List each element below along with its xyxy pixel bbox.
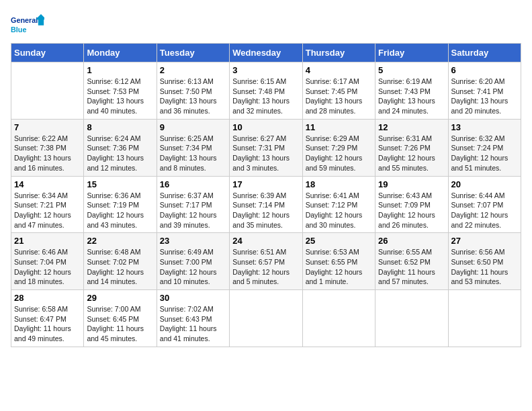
day-info: Sunrise: 6:19 AMSunset: 7:43 PMDaylight:… (378, 77, 445, 116)
day-number: 29 (87, 293, 153, 303)
calendar-cell: 26Sunrise: 6:55 AMSunset: 6:52 PMDayligh… (375, 233, 448, 290)
day-number: 11 (306, 122, 372, 132)
week-row-2: 14Sunrise: 6:34 AMSunset: 7:21 PMDayligh… (11, 176, 521, 233)
day-info: Sunrise: 6:25 AMSunset: 7:34 PMDaylight:… (160, 134, 226, 173)
day-info: Sunrise: 6:37 AMSunset: 7:17 PMDaylight:… (160, 191, 226, 230)
logo-svg: General Blue (11, 11, 44, 38)
calendar-table: SundayMondayTuesdayWednesdayThursdayFrid… (11, 43, 521, 347)
day-number: 15 (87, 179, 153, 189)
calendar-cell: 11Sunrise: 6:29 AMSunset: 7:29 PMDayligh… (302, 119, 375, 176)
day-info: Sunrise: 6:17 AMSunset: 7:45 PMDaylight:… (306, 77, 372, 116)
calendar-cell: 14Sunrise: 6:34 AMSunset: 7:21 PMDayligh… (11, 176, 84, 233)
calendar-cell: 16Sunrise: 6:37 AMSunset: 7:17 PMDayligh… (157, 176, 229, 233)
header: General Blue (11, 11, 521, 38)
calendar-cell: 6Sunrise: 6:20 AMSunset: 7:41 PMDaylight… (448, 62, 521, 120)
calendar-header: SundayMondayTuesdayWednesdayThursdayFrid… (11, 44, 521, 62)
calendar-cell: 4Sunrise: 6:17 AMSunset: 7:45 PMDaylight… (302, 62, 375, 120)
calendar-cell: 5Sunrise: 6:19 AMSunset: 7:43 PMDaylight… (375, 62, 448, 120)
day-number: 3 (232, 65, 299, 75)
day-info: Sunrise: 6:12 AMSunset: 7:53 PMDaylight:… (87, 77, 153, 116)
day-info: Sunrise: 6:39 AMSunset: 7:14 PMDaylight:… (232, 191, 299, 230)
day-info: Sunrise: 7:02 AMSunset: 6:43 PMDaylight:… (160, 304, 226, 344)
day-number: 2 (160, 65, 226, 75)
day-number: 26 (378, 236, 445, 246)
day-info: Sunrise: 6:43 AMSunset: 7:09 PMDaylight:… (378, 191, 445, 230)
calendar-cell: 15Sunrise: 6:36 AMSunset: 7:19 PMDayligh… (84, 176, 157, 233)
calendar-cell: 30Sunrise: 7:02 AMSunset: 6:43 PMDayligh… (157, 290, 229, 347)
header-row: SundayMondayTuesdayWednesdayThursdayFrid… (11, 44, 521, 62)
day-number: 27 (451, 236, 518, 246)
calendar-cell: 22Sunrise: 6:48 AMSunset: 7:02 PMDayligh… (84, 233, 157, 290)
day-number: 23 (160, 236, 226, 246)
day-info: Sunrise: 6:31 AMSunset: 7:26 PMDaylight:… (378, 134, 445, 173)
day-number: 22 (87, 236, 153, 246)
day-number: 1 (87, 65, 153, 75)
header-day-tuesday: Tuesday (157, 44, 229, 62)
day-number: 24 (232, 236, 299, 246)
day-number: 14 (14, 179, 81, 189)
calendar-cell: 17Sunrise: 6:39 AMSunset: 7:14 PMDayligh… (230, 176, 302, 233)
day-info: Sunrise: 6:13 AMSunset: 7:50 PMDaylight:… (160, 77, 226, 116)
day-number: 7 (14, 122, 81, 132)
day-number: 16 (160, 179, 226, 189)
calendar-cell: 29Sunrise: 7:00 AMSunset: 6:45 PMDayligh… (84, 290, 157, 347)
day-info: Sunrise: 6:53 AMSunset: 6:55 PMDaylight:… (306, 247, 372, 287)
calendar-cell: 3Sunrise: 6:15 AMSunset: 7:48 PMDaylight… (230, 62, 302, 120)
day-info: Sunrise: 6:56 AMSunset: 6:50 PMDaylight:… (451, 247, 518, 287)
calendar-cell (11, 62, 84, 120)
calendar-cell: 8Sunrise: 6:24 AMSunset: 7:36 PMDaylight… (84, 119, 157, 176)
day-info: Sunrise: 6:51 AMSunset: 6:57 PMDaylight:… (232, 247, 299, 287)
header-day-monday: Monday (84, 44, 157, 62)
week-row-4: 28Sunrise: 6:58 AMSunset: 6:47 PMDayligh… (11, 290, 521, 347)
day-info: Sunrise: 6:49 AMSunset: 7:00 PMDaylight:… (160, 247, 226, 287)
svg-text:General: General (11, 16, 38, 24)
day-number: 30 (160, 293, 226, 303)
header-day-saturday: Saturday (448, 44, 521, 62)
day-info: Sunrise: 7:00 AMSunset: 6:45 PMDaylight:… (87, 304, 153, 344)
calendar-cell: 20Sunrise: 6:44 AMSunset: 7:07 PMDayligh… (448, 176, 521, 233)
day-info: Sunrise: 6:44 AMSunset: 7:07 PMDaylight:… (451, 191, 518, 230)
calendar-cell: 23Sunrise: 6:49 AMSunset: 7:00 PMDayligh… (157, 233, 229, 290)
week-row-0: 1Sunrise: 6:12 AMSunset: 7:53 PMDaylight… (11, 62, 521, 120)
calendar-body: 1Sunrise: 6:12 AMSunset: 7:53 PMDaylight… (11, 62, 521, 347)
day-info: Sunrise: 6:27 AMSunset: 7:31 PMDaylight:… (232, 134, 299, 173)
day-number: 12 (378, 122, 445, 132)
day-number: 5 (378, 65, 445, 75)
day-number: 4 (306, 65, 372, 75)
calendar-cell: 7Sunrise: 6:22 AMSunset: 7:38 PMDaylight… (11, 119, 84, 176)
day-info: Sunrise: 6:29 AMSunset: 7:29 PMDaylight:… (306, 134, 372, 173)
calendar-cell: 9Sunrise: 6:25 AMSunset: 7:34 PMDaylight… (157, 119, 229, 176)
day-info: Sunrise: 6:22 AMSunset: 7:38 PMDaylight:… (14, 134, 81, 173)
calendar-cell: 21Sunrise: 6:46 AMSunset: 7:04 PMDayligh… (11, 233, 84, 290)
calendar-cell: 10Sunrise: 6:27 AMSunset: 7:31 PMDayligh… (230, 119, 302, 176)
day-number: 21 (14, 236, 81, 246)
day-number: 18 (306, 179, 372, 189)
day-info: Sunrise: 6:34 AMSunset: 7:21 PMDaylight:… (14, 191, 81, 230)
calendar-cell: 28Sunrise: 6:58 AMSunset: 6:47 PMDayligh… (11, 290, 84, 347)
day-number: 10 (232, 122, 299, 132)
calendar-cell: 1Sunrise: 6:12 AMSunset: 7:53 PMDaylight… (84, 62, 157, 120)
day-number: 9 (160, 122, 226, 132)
day-number: 13 (451, 122, 518, 132)
day-number: 19 (378, 179, 445, 189)
day-info: Sunrise: 6:55 AMSunset: 6:52 PMDaylight:… (378, 247, 445, 287)
day-number: 28 (14, 293, 81, 303)
day-number: 8 (87, 122, 153, 132)
day-info: Sunrise: 6:36 AMSunset: 7:19 PMDaylight:… (87, 191, 153, 230)
calendar-cell: 25Sunrise: 6:53 AMSunset: 6:55 PMDayligh… (302, 233, 375, 290)
day-info: Sunrise: 6:32 AMSunset: 7:24 PMDaylight:… (451, 134, 518, 173)
calendar-cell: 2Sunrise: 6:13 AMSunset: 7:50 PMDaylight… (157, 62, 229, 120)
day-info: Sunrise: 6:58 AMSunset: 6:47 PMDaylight:… (14, 304, 81, 344)
calendar-cell (375, 290, 448, 347)
day-info: Sunrise: 6:46 AMSunset: 7:04 PMDaylight:… (14, 247, 81, 287)
calendar-cell: 24Sunrise: 6:51 AMSunset: 6:57 PMDayligh… (230, 233, 302, 290)
calendar-cell (302, 290, 375, 347)
day-info: Sunrise: 6:20 AMSunset: 7:41 PMDaylight:… (451, 77, 518, 116)
svg-text:Blue: Blue (11, 26, 26, 34)
week-row-1: 7Sunrise: 6:22 AMSunset: 7:38 PMDaylight… (11, 119, 521, 176)
calendar-cell: 12Sunrise: 6:31 AMSunset: 7:26 PMDayligh… (375, 119, 448, 176)
calendar-cell (230, 290, 302, 347)
logo: General Blue (11, 11, 44, 38)
header-day-friday: Friday (375, 44, 448, 62)
header-day-thursday: Thursday (302, 44, 375, 62)
